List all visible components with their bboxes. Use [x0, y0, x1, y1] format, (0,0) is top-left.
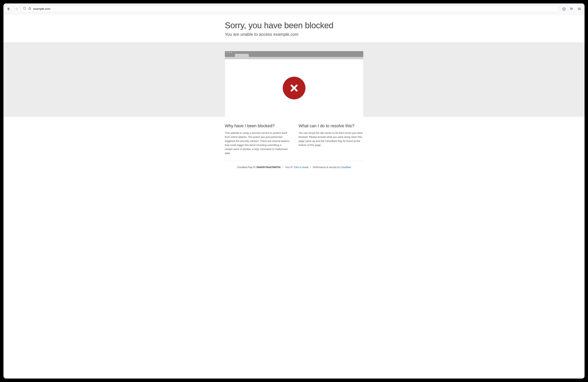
arrow-right-icon — [14, 7, 18, 11]
resolve-heading: What can I do to resolve this? — [299, 124, 363, 128]
resolve-body: You can email the site owner to let them… — [299, 131, 363, 147]
page-subtitle: You are unable to access example.com — [225, 32, 363, 37]
ray-id-value: 63dd35734xd1f50079c — [257, 166, 281, 169]
reveal-ip-link[interactable]: Click to reveal — [294, 166, 308, 169]
window-dot — [227, 52, 228, 53]
resolve-column: What can I do to resolve this? You can e… — [299, 124, 363, 155]
svg-marker-2 — [563, 7, 566, 10]
url-bar[interactable]: example.com — [21, 5, 558, 12]
window-dot — [231, 52, 232, 53]
arrow-left-icon — [7, 7, 11, 11]
why-blocked-column: Why have I been blocked? This website is… — [225, 124, 290, 155]
mock-browser-illustration — [225, 51, 363, 117]
illustration-band — [3, 42, 585, 117]
perf-security-label: Performance & security by — [313, 166, 340, 169]
browser-window: example.com Sorry, you have been blocked… — [3, 3, 585, 379]
extensions-button[interactable] — [568, 6, 575, 12]
svg-rect-1 — [29, 8, 31, 10]
ray-id-label: Cloudflare Ray ID: — [237, 166, 256, 169]
mock-urlbar — [225, 57, 363, 59]
menu-button[interactable] — [576, 6, 583, 12]
bookmark-button[interactable] — [561, 6, 567, 12]
subtitle-domain: example.com — [273, 32, 298, 37]
footer-line: Cloudflare Ray ID: 63dd35734xd1f50079c •… — [225, 161, 363, 176]
url-text: example.com — [33, 7, 50, 10]
subtitle-prefix: You are unable to access — [225, 32, 273, 37]
back-button[interactable] — [5, 6, 12, 12]
x-icon — [289, 83, 299, 93]
mock-viewport — [225, 59, 363, 117]
hamburger-icon — [577, 7, 581, 11]
why-blocked-heading: Why have I been blocked? — [225, 124, 290, 128]
cloudflare-link[interactable]: Cloudflare — [340, 166, 351, 169]
mock-tab — [235, 54, 249, 57]
footer-sep: • — [283, 166, 283, 169]
browser-toolbar: example.com — [3, 3, 585, 14]
why-blocked-body: This website is using a security service… — [225, 131, 290, 155]
star-icon — [562, 7, 566, 11]
lock-icon[interactable] — [28, 7, 31, 11]
your-ip-label: Your IP: — [285, 166, 294, 169]
footer-sep: • — [310, 166, 311, 169]
page-title: Sorry, you have been blocked — [225, 21, 363, 30]
mock-tabbar — [225, 54, 363, 57]
forward-button[interactable] — [13, 6, 20, 12]
mock-titlebar — [225, 51, 363, 54]
error-circle-icon — [283, 77, 305, 99]
info-columns: Why have I been blocked? This website is… — [225, 117, 363, 161]
puzzle-icon — [570, 7, 574, 11]
page-viewport: Sorry, you have been blocked You are una… — [3, 14, 585, 379]
window-dot — [229, 52, 230, 53]
header-section: Sorry, you have been blocked You are una… — [3, 14, 585, 42]
shield-icon[interactable] — [23, 7, 26, 11]
